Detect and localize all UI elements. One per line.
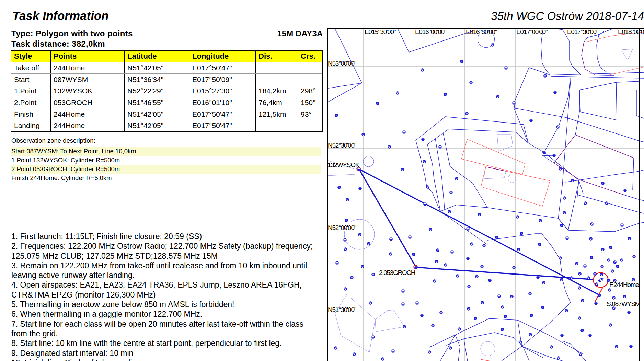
svg-text:N53°00'00": N53°00'00" bbox=[328, 60, 356, 67]
svg-text:E016°30'00": E016°30'00" bbox=[466, 28, 497, 35]
svg-text:E017°00'00": E017°00'00" bbox=[516, 28, 548, 35]
svg-text:N52°00'00": N52°00'00" bbox=[328, 224, 356, 231]
svg-text:F.244Home: F.244Home bbox=[609, 281, 639, 288]
svg-text:S.087WYSM: S.087WYSM bbox=[607, 300, 640, 307]
svg-text:2.053GROCH: 2.053GROCH bbox=[379, 269, 415, 276]
svg-text:E017°30'00": E017°30'00" bbox=[567, 28, 598, 35]
svg-text:N52°30'00": N52°30'00" bbox=[328, 142, 356, 149]
svg-text:E018°00'00": E018°00'00" bbox=[618, 28, 644, 35]
svg-text:E015°30'00": E015°30'00" bbox=[365, 28, 396, 35]
svg-text:132WYSOK: 132WYSOK bbox=[327, 161, 360, 168]
svg-text:E016°00'00": E016°00'00" bbox=[415, 28, 446, 35]
svg-text:N51°30'00": N51°30'00" bbox=[328, 306, 356, 313]
